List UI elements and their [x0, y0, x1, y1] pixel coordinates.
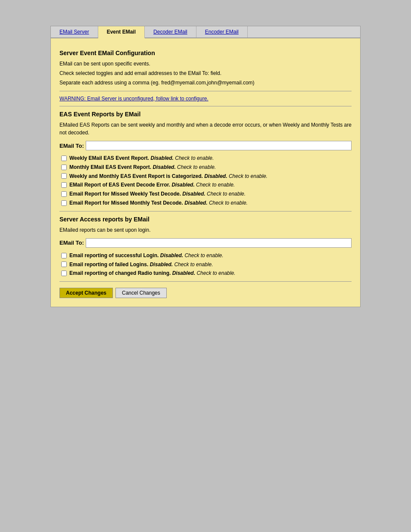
server-event-title: Server Event EMail Configuration [59, 50, 352, 56]
server-event-desc3: Separate each address using a comma (eg.… [59, 79, 352, 87]
server-event-desc2: Check selected toggles and add email add… [59, 69, 352, 77]
access-checkbox-list: Email reporting of successful Login. Dis… [61, 252, 352, 277]
tab-bar: EMail Server Event EMail Decoder EMail E… [51, 26, 360, 38]
eas-email-to-row: EMail To: [59, 141, 352, 150]
eas-checkbox-2-input[interactable] [61, 165, 67, 170]
access-checkbox-3: Email reporting of changed Radio tuning.… [61, 270, 352, 277]
eas-email-to-input[interactable] [86, 141, 352, 150]
eas-section-desc: EMailed EAS Reports can be sent weekly a… [59, 121, 352, 137]
access-checkbox-3-input[interactable] [61, 271, 67, 276]
tab-decoder-email[interactable]: Decoder EMail [145, 26, 196, 37]
access-section-title: Server Access reports by EMail [59, 216, 352, 223]
divider-1 [59, 91, 352, 91]
eas-checkbox-4-input[interactable] [61, 182, 67, 188]
eas-checkbox-6-input[interactable] [61, 200, 67, 206]
eas-checkbox-5: Email Report for Missed Weekly Test Deco… [61, 190, 352, 198]
eas-checkbox-3: Weekly and Monthly EAS Event Report is C… [61, 173, 352, 180]
eas-checkbox-1-input[interactable] [61, 156, 67, 161]
tab-event-email[interactable]: Event EMail [98, 26, 145, 38]
access-email-to-label: EMail To: [59, 240, 84, 246]
divider-4 [59, 281, 352, 282]
eas-checkbox-2: Monthly EMail EAS Event Report. Disabled… [61, 164, 352, 171]
divider-2 [59, 106, 352, 106]
cancel-changes-button[interactable]: Cancel Changes [115, 288, 167, 298]
eas-checkbox-list: Weekly EMail EAS Event Report. Disabled.… [61, 155, 352, 207]
divider-3 [59, 211, 352, 212]
access-checkbox-2: Email reporting of failed Logins. Disabl… [61, 261, 352, 268]
warning-link[interactable]: WARNING: Email Server is unconfigured, f… [59, 96, 352, 102]
access-checkbox-1: Email reporting of successful Login. Dis… [61, 252, 352, 259]
eas-checkbox-1: Weekly EMail EAS Event Report. Disabled.… [61, 155, 352, 162]
eas-checkbox-6: Email Report for Missed Monthly Test Dec… [61, 199, 352, 207]
access-email-to-row: EMail To: [59, 238, 352, 248]
access-checkbox-1-input[interactable] [61, 253, 67, 258]
main-container: EMail Server Event EMail Decoder EMail E… [50, 26, 361, 307]
eas-checkbox-4: EMail Report of EAS Event Decode Error. … [61, 181, 352, 189]
tab-email-server[interactable]: EMail Server [51, 26, 98, 37]
tab-encoder-email[interactable]: Encoder EMail [196, 26, 248, 37]
eas-checkbox-3-input[interactable] [61, 173, 67, 179]
access-checkbox-2-input[interactable] [61, 261, 67, 267]
button-row: Accept Changes Cancel Changes [59, 288, 352, 298]
eas-section-title: EAS Event Reports by EMail [59, 111, 352, 118]
content-area: Server Event EMail Configuration EMail c… [51, 38, 360, 307]
accept-changes-button[interactable]: Accept Changes [59, 288, 113, 298]
eas-checkbox-5-input[interactable] [61, 191, 67, 197]
access-section-desc: EMailed reports can be sent upon login. [59, 226, 352, 234]
eas-email-to-label: EMail To: [59, 143, 84, 149]
server-event-desc1: EMail can be sent upon specific events. [59, 60, 352, 68]
access-email-to-input[interactable] [86, 238, 352, 248]
